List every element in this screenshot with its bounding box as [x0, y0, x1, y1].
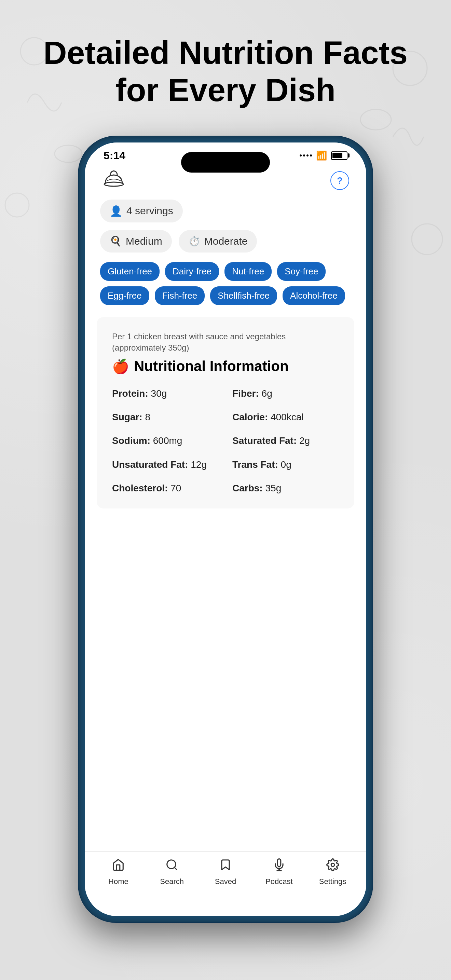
- hero-title: Detailed Nutrition Facts for Every Dish: [0, 0, 451, 129]
- nutrition-title-text: Nutritional Information: [134, 358, 289, 375]
- nav-search[interactable]: Search: [150, 858, 194, 886]
- nutrition-sodium: Sodium: 600mg: [112, 434, 219, 447]
- nutrition-apple-icon: 🍎: [112, 358, 129, 374]
- status-icons: 📶: [300, 150, 348, 161]
- phone-mockup: 5:14 📶: [0, 136, 451, 922]
- nutrition-grid: Protein: 30g Fiber: 6g Sugar: 8 Calorie:…: [112, 387, 339, 495]
- cook-medium-label: Medium: [126, 235, 162, 247]
- nutrition-unsaturated-fat: Unsaturated Fat: 12g: [112, 458, 219, 471]
- cook-medium-button[interactable]: 🍳 Medium: [100, 230, 172, 253]
- nutrition-saturated-fat: Saturated Fat: 2g: [232, 434, 339, 447]
- wifi-icon: 📶: [316, 150, 327, 161]
- nutrition-protein: Protein: 30g: [112, 387, 219, 400]
- app-content: 👤 4 servings 🍳 Medium ⏱️ Moderate: [85, 200, 366, 509]
- diet-tag-shellfish-free[interactable]: Shellfish-free: [210, 286, 277, 305]
- phone-screen: 5:14 📶: [85, 143, 366, 916]
- diet-tag-egg-free[interactable]: Egg-free: [100, 286, 149, 305]
- home-icon: [112, 858, 125, 874]
- settings-icon: [326, 858, 339, 874]
- home-label: Home: [108, 877, 129, 886]
- cook-moderate-label: Moderate: [204, 235, 248, 247]
- cook-moderate-icon: ⏱️: [188, 235, 200, 247]
- nutrition-calorie: Calorie: 400kcal: [232, 410, 339, 424]
- nutrition-cholesterol: Cholesterol: 70: [112, 482, 219, 495]
- cook-medium-icon: 🍳: [110, 235, 122, 247]
- phone-outer-frame: 5:14 📶: [79, 136, 372, 922]
- diet-tag-gluten-free[interactable]: Gluten-free: [100, 262, 160, 281]
- nutrition-card: Per 1 chicken breast with sauce and vege…: [97, 317, 354, 509]
- battery-icon: [331, 151, 348, 160]
- diet-tag-dairy-free[interactable]: Dairy-free: [165, 262, 219, 281]
- nav-podcast[interactable]: Podcast: [257, 858, 301, 886]
- app-logo: [102, 169, 126, 193]
- diet-tag-fish-free[interactable]: Fish-free: [155, 286, 205, 305]
- signal-icon: [300, 154, 312, 156]
- nav-home[interactable]: Home: [96, 858, 140, 886]
- diet-tag-soy-free[interactable]: Soy-free: [277, 262, 326, 281]
- search-label: Search: [160, 877, 184, 886]
- svg-line-8: [175, 867, 177, 870]
- nav-settings[interactable]: Settings: [311, 858, 355, 886]
- servings-row: 👤 4 servings: [100, 200, 351, 223]
- svg-point-10: [331, 863, 335, 867]
- nav-saved[interactable]: Saved: [203, 858, 248, 886]
- cook-options: 🍳 Medium ⏱️ Moderate: [100, 230, 351, 253]
- nutrition-sugar: Sugar: 8: [112, 410, 219, 424]
- podcast-label: Podcast: [265, 877, 293, 886]
- svg-point-6: [104, 182, 123, 186]
- podcast-icon: [273, 858, 286, 874]
- nutrition-trans-fat: Trans Fat: 0g: [232, 458, 339, 471]
- dynamic-island: [181, 152, 270, 173]
- settings-label: Settings: [319, 877, 346, 886]
- nutrition-title: 🍎 Nutritional Information: [112, 358, 339, 375]
- diet-tag-nut-free[interactable]: Nut-free: [224, 262, 272, 281]
- saved-label: Saved: [215, 877, 236, 886]
- cook-moderate-button[interactable]: ⏱️ Moderate: [179, 230, 257, 253]
- nutrition-fiber: Fiber: 6g: [232, 387, 339, 400]
- servings-label: 4 servings: [126, 205, 173, 216]
- help-icon: ?: [337, 175, 343, 186]
- nutrition-carbs: Carbs: 35g: [232, 482, 339, 495]
- help-button[interactable]: ?: [330, 171, 349, 190]
- bottom-nav: Home Search: [85, 851, 366, 916]
- diet-tag-alcohol-free[interactable]: Alcohol-free: [283, 286, 345, 305]
- status-time: 5:14: [103, 150, 125, 162]
- saved-icon: [219, 858, 232, 874]
- search-icon: [165, 858, 178, 874]
- servings-button[interactable]: 👤 4 servings: [100, 200, 183, 223]
- nutrition-serving-text: Per 1 chicken breast with sauce and vege…: [112, 331, 339, 354]
- person-icon: 👤: [110, 205, 122, 217]
- diet-tags: Gluten-free Dairy-free Nut-free Soy-free…: [100, 262, 351, 305]
